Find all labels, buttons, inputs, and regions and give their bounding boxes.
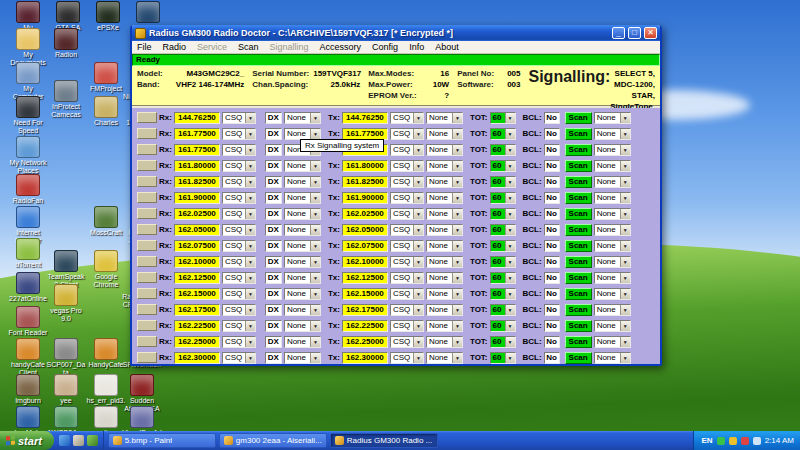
title-bar[interactable]: Radius GM300 Radio Doctor - C:\ARCHIVE\1… xyxy=(132,25,660,41)
bcl-value[interactable]: No xyxy=(544,144,560,156)
desktop-icon[interactable]: Charles xyxy=(86,96,126,127)
menu-item[interactable]: Config xyxy=(372,42,398,52)
tx-frequency-field[interactable]: 162.15000 xyxy=(342,288,388,300)
scan-button[interactable]: Scan xyxy=(565,208,592,220)
tot-select[interactable]: 60 ▼ xyxy=(490,160,516,172)
tx-signalling-select[interactable]: None ▼ xyxy=(426,224,463,236)
tot-select[interactable]: 60 ▼ xyxy=(490,112,516,124)
rx-signalling-select[interactable]: None ▼ xyxy=(284,272,321,284)
dx-box[interactable]: DX xyxy=(265,320,282,332)
scan-button[interactable]: Scan xyxy=(565,112,592,124)
desktop-icon[interactable]: vegas Pro 9.0 xyxy=(46,284,86,323)
tot-select[interactable]: 60 ▼ xyxy=(490,352,516,364)
channel-select-button[interactable] xyxy=(137,288,157,299)
rx-frequency-field[interactable]: 161.77500 xyxy=(174,128,220,140)
channel-select-button[interactable] xyxy=(137,304,157,315)
dx-box[interactable]: DX xyxy=(265,128,282,140)
dx-box[interactable]: DX xyxy=(265,288,282,300)
rx-squelch-select[interactable]: CSQ ▼ xyxy=(222,304,256,316)
menu-item[interactable]: Info xyxy=(409,42,424,52)
tx-frequency-field[interactable]: 162.22500 xyxy=(342,320,388,332)
rx-frequency-field[interactable]: 162.07500 xyxy=(174,240,220,252)
desktop-icon[interactable]: RadioFan xyxy=(8,174,48,205)
tx-frequency-field[interactable]: 162.07500 xyxy=(342,240,388,252)
rx-signalling-select[interactable]: None ▼ xyxy=(284,224,321,236)
rx-signalling-select[interactable]: None ▼ xyxy=(284,112,321,124)
channel-select-button[interactable] xyxy=(137,272,157,283)
scan-list-select[interactable]: None ▼ xyxy=(594,272,631,284)
tot-select[interactable]: 60 ▼ xyxy=(490,144,516,156)
scan-button[interactable]: Scan xyxy=(565,192,592,204)
tx-frequency-field[interactable]: 162.17500 xyxy=(342,304,388,316)
tx-squelch-select[interactable]: CSQ ▼ xyxy=(390,240,424,252)
tx-frequency-field[interactable]: 161.77500 xyxy=(342,128,388,140)
channel-select-button[interactable] xyxy=(137,352,157,363)
tot-select[interactable]: 60 ▼ xyxy=(490,240,516,252)
tx-frequency-field[interactable]: 161.82500 xyxy=(342,176,388,188)
tx-signalling-select[interactable]: None ▼ xyxy=(426,128,463,140)
tx-squelch-select[interactable]: CSQ ▼ xyxy=(390,336,424,348)
dx-box[interactable]: DX xyxy=(265,256,282,268)
desktop-icon[interactable]: SCP007_Data xyxy=(46,338,86,377)
dx-box[interactable]: DX xyxy=(265,304,282,316)
tx-squelch-select[interactable]: CSQ ▼ xyxy=(390,272,424,284)
dx-box[interactable]: DX xyxy=(265,352,282,364)
tx-signalling-select[interactable]: None ▼ xyxy=(426,288,463,300)
rx-squelch-select[interactable]: CSQ ▼ xyxy=(222,288,256,300)
desktop-icon[interactable]: My Network Places xyxy=(8,136,48,175)
tx-squelch-select[interactable]: CSQ ▼ xyxy=(390,160,424,172)
rx-frequency-field[interactable]: 161.90000 xyxy=(174,192,220,204)
bcl-value[interactable]: No xyxy=(544,128,560,140)
scan-list-select[interactable]: None ▼ xyxy=(594,256,631,268)
tot-select[interactable]: 60 ▼ xyxy=(490,192,516,204)
language-indicator[interactable]: EN xyxy=(702,436,713,445)
dx-box[interactable]: DX xyxy=(265,208,282,220)
rx-frequency-field[interactable]: 162.22500 xyxy=(174,320,220,332)
bcl-value[interactable]: No xyxy=(544,352,560,364)
bcl-value[interactable]: No xyxy=(544,224,560,236)
scan-list-select[interactable]: None ▼ xyxy=(594,288,631,300)
rx-frequency-field[interactable]: 162.30000 xyxy=(174,352,220,364)
tx-signalling-select[interactable]: None ▼ xyxy=(426,112,463,124)
desktop-icon[interactable]: Google Chrome xyxy=(86,250,126,289)
desktop-icon[interactable]: yee xyxy=(46,374,86,405)
rx-signalling-select[interactable]: None ▼ xyxy=(284,320,321,332)
tx-frequency-field[interactable]: 162.12500 xyxy=(342,272,388,284)
menu-item[interactable]: Radio xyxy=(163,42,187,52)
desktop-icon[interactable]: Radion xyxy=(46,28,86,59)
tx-frequency-field[interactable]: 162.02500 xyxy=(342,208,388,220)
rx-frequency-field[interactable]: 162.15000 xyxy=(174,288,220,300)
scan-list-select[interactable]: None ▼ xyxy=(594,208,631,220)
rx-squelch-select[interactable]: CSQ ▼ xyxy=(222,240,256,252)
channel-select-button[interactable] xyxy=(137,128,157,139)
tx-signalling-select[interactable]: None ▼ xyxy=(426,320,463,332)
tx-signalling-select[interactable]: None ▼ xyxy=(426,352,463,364)
tot-select[interactable]: 60 ▼ xyxy=(490,128,516,140)
internet-explorer-icon[interactable] xyxy=(59,435,70,446)
channel-select-button[interactable] xyxy=(137,336,157,347)
rx-squelch-select[interactable]: CSQ ▼ xyxy=(222,176,256,188)
scan-button[interactable]: Scan xyxy=(565,320,592,332)
channel-select-button[interactable] xyxy=(137,320,157,331)
rx-signalling-select[interactable]: None ▼ xyxy=(284,336,321,348)
desktop-icon[interactable]: uTorrent xyxy=(8,238,48,269)
rx-signalling-select[interactable]: None ▼ xyxy=(284,128,321,140)
minimize-button[interactable]: _ xyxy=(612,27,625,39)
tx-signalling-select[interactable]: None ▼ xyxy=(426,144,463,156)
rx-signalling-select[interactable]: None ▼ xyxy=(284,352,321,364)
scan-list-select[interactable]: None ▼ xyxy=(594,128,631,140)
tx-frequency-field[interactable]: 162.05000 xyxy=(342,224,388,236)
tx-frequency-field[interactable]: 162.30000 xyxy=(342,352,388,364)
bcl-value[interactable]: No xyxy=(544,176,560,188)
scan-list-select[interactable]: None ▼ xyxy=(594,320,631,332)
bcl-value[interactable]: No xyxy=(544,304,560,316)
rx-frequency-field[interactable]: 162.12500 xyxy=(174,272,220,284)
channel-select-button[interactable] xyxy=(137,176,157,187)
tx-signalling-select[interactable]: None ▼ xyxy=(426,256,463,268)
rx-signalling-select[interactable]: None ▼ xyxy=(284,288,321,300)
channel-select-button[interactable] xyxy=(137,256,157,267)
channel-select-button[interactable] xyxy=(137,240,157,251)
rx-signalling-select[interactable]: None ▼ xyxy=(284,160,321,172)
tx-squelch-select[interactable]: CSQ ▼ xyxy=(390,112,424,124)
dx-box[interactable]: DX xyxy=(265,336,282,348)
